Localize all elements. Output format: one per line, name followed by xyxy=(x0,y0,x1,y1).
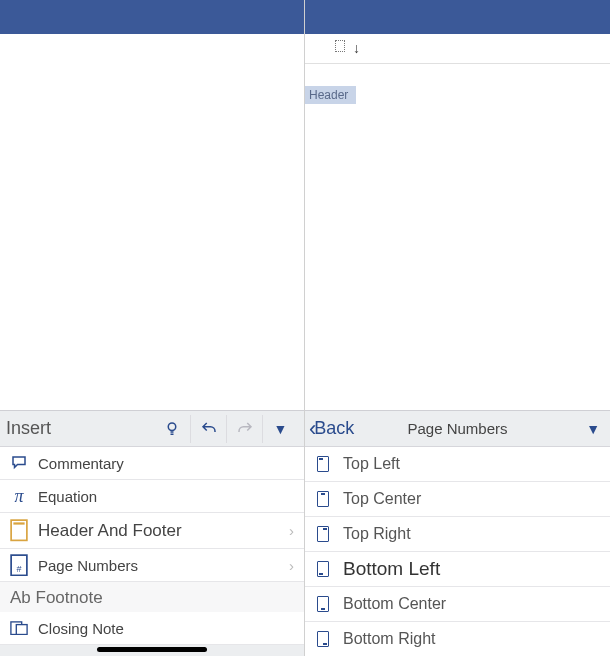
svg-rect-2 xyxy=(13,523,24,525)
svg-point-0 xyxy=(168,423,176,431)
thumb-top-left-icon xyxy=(317,456,329,472)
pi-icon: π xyxy=(10,486,28,507)
chevron-right-icon: › xyxy=(289,557,294,574)
thumb-top-right-icon xyxy=(317,526,329,542)
menu-item-page-numbers[interactable]: # Page Numbers › xyxy=(0,549,304,582)
chevron-right-icon: › xyxy=(289,522,294,539)
indent-marker-icon[interactable] xyxy=(335,40,345,52)
position-bottom-left[interactable]: Bottom Left xyxy=(305,552,610,587)
svg-rect-6 xyxy=(16,624,27,634)
position-label: Top Right xyxy=(343,525,411,543)
insert-panel: Insert ▼ xyxy=(0,410,304,656)
menu-item-equation[interactable]: π Equation xyxy=(0,480,304,513)
section-footnote: Ab Footnote xyxy=(0,582,304,612)
page-numbers-panel: ‹ Back Page Numbers ▼ Top Left Top Cente… xyxy=(305,410,610,656)
collapse-panel-icon[interactable]: ▼ xyxy=(586,421,600,437)
back-button[interactable]: ‹ Back xyxy=(305,416,354,442)
back-label: Back xyxy=(314,418,354,439)
home-indicator[interactable] xyxy=(97,647,207,652)
menu-item-label: Page Numbers xyxy=(38,557,138,574)
collapse-panel-icon[interactable]: ▼ xyxy=(262,415,298,443)
position-bottom-center[interactable]: Bottom Center xyxy=(305,587,610,622)
menu-item-commentary[interactable]: Commentary xyxy=(0,447,304,480)
header-region-label[interactable]: Header xyxy=(305,86,356,104)
thumb-bottom-left-icon xyxy=(317,561,329,577)
menu-item-label: Header And Footer xyxy=(38,521,182,541)
position-bottom-right[interactable]: Bottom Right xyxy=(305,622,610,656)
menu-item-label: Closing Note xyxy=(38,620,124,637)
footnote-icon xyxy=(10,621,28,635)
thumb-bottom-right-icon xyxy=(317,631,329,647)
menu-item-label: Commentary xyxy=(38,455,124,472)
tab-arrow-icon[interactable]: ↓ xyxy=(353,40,360,56)
menu-item-closing-note[interactable]: Closing Note xyxy=(0,612,304,645)
position-label: Top Left xyxy=(343,455,400,473)
menu-item-label: Equation xyxy=(38,488,97,505)
position-label: Top Center xyxy=(343,490,421,508)
position-label: Bottom Left xyxy=(343,558,440,580)
ruler: ↓ xyxy=(305,34,610,64)
position-top-right[interactable]: Top Right xyxy=(305,517,610,552)
panel-title[interactable]: Insert xyxy=(6,418,51,439)
position-label: Bottom Center xyxy=(343,595,446,613)
position-top-left[interactable]: Top Left xyxy=(305,447,610,482)
lightbulb-icon[interactable] xyxy=(154,415,190,443)
comment-icon xyxy=(10,454,28,472)
menu-item-header-footer[interactable]: Header And Footer › xyxy=(0,513,304,549)
undo-icon[interactable] xyxy=(190,415,226,443)
title-bar-right xyxy=(305,0,610,34)
position-top-center[interactable]: Top Center xyxy=(305,482,610,517)
position-label: Bottom Right xyxy=(343,630,435,648)
panel-title: Page Numbers xyxy=(407,420,507,437)
title-bar-left xyxy=(0,0,304,34)
page-icon xyxy=(10,519,28,542)
svg-text:#: # xyxy=(16,564,21,574)
thumb-top-center-icon xyxy=(317,491,329,507)
thumb-bottom-center-icon xyxy=(317,596,329,612)
redo-icon[interactable] xyxy=(226,415,262,443)
page-number-icon: # xyxy=(10,554,28,577)
